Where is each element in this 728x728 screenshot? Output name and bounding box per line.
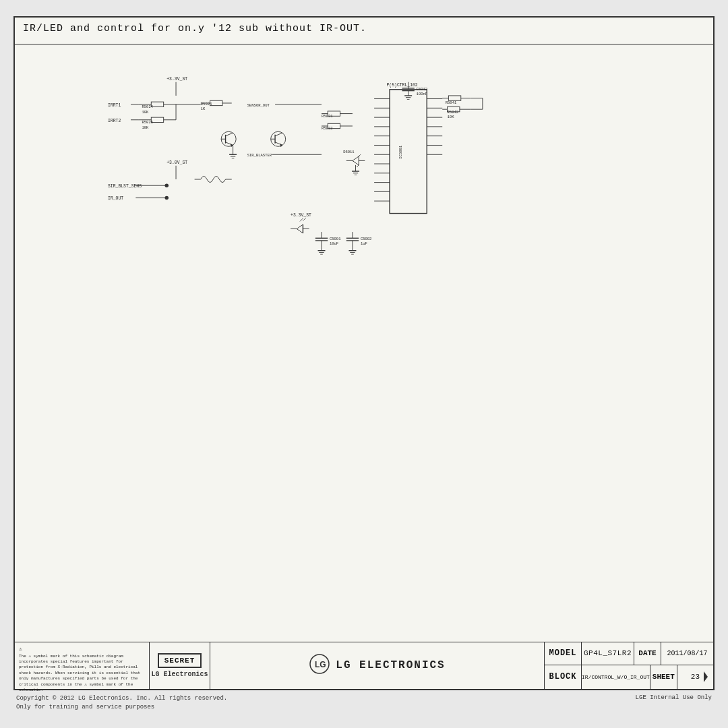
svg-rect-16: [390, 89, 427, 213]
svg-text:100nF: 100nF: [417, 92, 428, 96]
copyright-text: Copyright © 2012 LG Electronics. Inc. Al…: [16, 694, 227, 712]
svg-text:SIR_BLASTER: SIR_BLASTER: [247, 153, 272, 158]
lg-electronics-main: LG ELECTRONICS: [336, 659, 445, 671]
svg-marker-132: [353, 156, 359, 165]
svg-rect-4: [151, 102, 163, 107]
footer-section: ⚠ The ⚠ symbol mark of this schematic di…: [15, 642, 713, 689]
block-row: BLOCK IR/CONTROL_W/O_IR_OUT SHEET 23: [545, 665, 713, 689]
svg-rect-71: [210, 100, 222, 105]
footer-info-table: MODEL GP4L_S7LR2 DATE 2011/08/17 BLOCK I…: [545, 642, 713, 689]
secret-box: SECRET: [158, 653, 202, 668]
svg-text:IR_OUT: IR_OUT: [108, 196, 123, 201]
warning-icon: ⚠: [19, 645, 145, 653]
copyright-line1: Copyright © 2012 LG Electronics. Inc. Al…: [16, 694, 227, 704]
sheet-value: 23: [677, 665, 713, 689]
svg-text:1uF: 1uF: [361, 241, 367, 246]
svg-text:IC5001: IC5001: [398, 145, 403, 159]
svg-text:+3.3V_ST: +3.3V_ST: [166, 76, 187, 81]
svg-text:C5012: C5012: [417, 86, 428, 91]
svg-text:SIR_BLST_SENS: SIR_BLST_SENS: [108, 183, 142, 188]
page-container: IR/LED and control for on.y '12 sub with…: [0, 0, 728, 728]
lg-logo-area: LG LG ELECTRONICS: [210, 642, 545, 689]
svg-text:10K: 10K: [142, 125, 150, 129]
svg-text:+3.3V_ST: +3.3V_ST: [291, 213, 311, 218]
svg-text:10K: 10K: [448, 115, 455, 119]
svg-line-133: [359, 154, 361, 156]
svg-point-84: [165, 195, 169, 200]
svg-text:10K: 10K: [142, 109, 150, 114]
svg-line-60: [226, 133, 233, 136]
sheet-label: SHEET: [650, 665, 677, 689]
date-value: 2011/08/17: [661, 642, 713, 665]
model-value: GP4L_S7LR2: [582, 642, 634, 665]
footer-secret-area: SECRET LG Electronics: [150, 642, 210, 689]
model-row: MODEL GP4L_S7LR2 DATE 2011/08/17: [545, 642, 713, 666]
svg-text:IRRT1: IRRT1: [108, 102, 121, 107]
svg-line-91: [300, 218, 303, 221]
lg-circle-logo: LG: [309, 653, 330, 675]
title-area: IR/LED and control for on.y '12 sub with…: [15, 18, 713, 44]
svg-line-92: [303, 217, 306, 220]
svg-point-81: [165, 183, 169, 187]
footer-warning-area: ⚠ The ⚠ symbol mark of this schematic di…: [15, 642, 150, 689]
internal-use-label: LGE Internal Use Only: [636, 694, 712, 712]
date-label: DATE: [634, 642, 661, 665]
svg-rect-9: [151, 117, 163, 122]
lg-electronics-sub-label: LG Electronics: [151, 671, 208, 678]
svg-text:LG: LG: [315, 660, 326, 669]
circuit-diagram: +3.3V_ST R5024 10K R5025 10K IRRT1: [102, 65, 541, 294]
below-sheet-row: Copyright © 2012 LG Electronics. Inc. Al…: [13, 694, 715, 712]
svg-text:+3.0V_ST: +3.0V_ST: [166, 160, 187, 165]
svg-text:SENSOR_OUT: SENSOR_OUT: [247, 103, 270, 108]
svg-marker-62: [231, 143, 233, 147]
block-label: BLOCK: [545, 665, 582, 689]
svg-marker-68: [280, 143, 282, 147]
svg-text:1K: 1K: [201, 107, 206, 111]
svg-marker-87: [297, 224, 303, 233]
lg-electronics-brand: LG Electronics: [151, 671, 208, 678]
svg-text:C5001: C5001: [330, 237, 341, 241]
svg-text:P(5)CTRL_102: P(5)CTRL_102: [386, 83, 417, 88]
svg-line-134: [357, 164, 359, 166]
copyright-line2: Only for training and service purposes: [16, 703, 227, 712]
lg-brand-name: LG ELECTRONICS: [336, 659, 445, 671]
main-circuit-area: +3.3V_ST R5024 10K R5025 10K IRRT1: [15, 44, 713, 642]
schematic-sheet: IR/LED and control for on.y '12 sub with…: [13, 16, 715, 690]
svg-text:D5011: D5011: [343, 150, 355, 154]
schematic-title: IR/LED and control for on.y '12 sub with…: [23, 23, 367, 34]
warning-text: The ⚠ symbol mark of this schematic diag…: [19, 654, 145, 694]
svg-text:10uF: 10uF: [330, 241, 338, 246]
secret-label: SECRET: [164, 657, 195, 665]
block-value: IR/CONTROL_W/O_IR_OUT: [582, 665, 650, 689]
svg-text:R5041: R5041: [446, 100, 457, 104]
model-label: MODEL: [545, 642, 582, 665]
svg-text:IRRT2: IRRT2: [108, 118, 121, 123]
svg-text:C5002: C5002: [361, 237, 372, 241]
svg-line-66: [275, 133, 282, 136]
